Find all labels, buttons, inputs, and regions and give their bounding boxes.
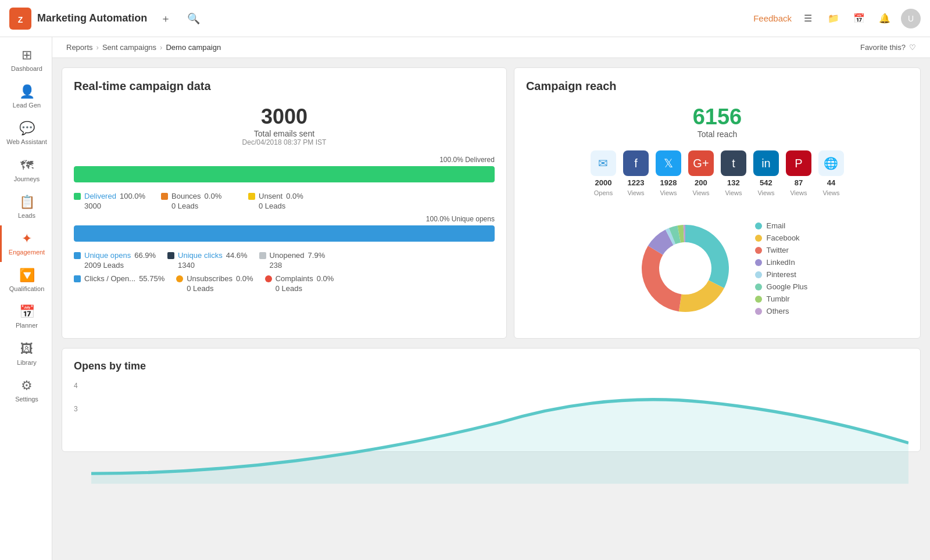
social-item-google-plus[interactable]: G+ 200 Views [688, 150, 714, 196]
unique-clicks-percent: 44.6% [226, 251, 248, 260]
legend: EmailFacebookTwitterLinkedInPinterestGoo… [755, 221, 808, 315]
sidebar-item-planner[interactable]: 📅Planner [0, 299, 52, 335]
bounces-label: Bounces [171, 192, 201, 200]
tumblr-icon: t [721, 150, 746, 176]
favorite-label: Favorite this? [860, 43, 906, 52]
social-item-linkedin[interactable]: in 542 Views [753, 150, 779, 196]
sidebar-label-planner: Planner [16, 322, 38, 329]
opens-title: Opens by time [74, 360, 908, 372]
y-label-3: 3 [74, 405, 78, 413]
tumblr-views-label: Views [725, 189, 742, 196]
unique-opens-dot [74, 252, 81, 259]
sidebar-label-web-assistant: Web Assistant [6, 138, 47, 146]
header-right-icons: ☰ 📁 📅 🔔 U [799, 9, 921, 28]
sidebar-item-dashboard[interactable]: ⊞Dashboard [0, 42, 52, 78]
unique-opens-label[interactable]: Unique opens [84, 251, 131, 260]
google plus-icon: G+ [688, 150, 714, 176]
favorite-heart-icon[interactable]: ♡ [909, 43, 916, 52]
pinterest-views: 87 [795, 178, 803, 187]
legend-item-facebook: Facebook [755, 234, 808, 242]
search-button[interactable]: 🔍 [184, 9, 203, 28]
reach-title: Campaign reach [526, 80, 908, 93]
sidebar-item-lead-gen[interactable]: 👤Lead Gen [0, 78, 52, 115]
calendar-icon[interactable]: 📅 [850, 9, 868, 28]
clicks-open-percent: 55.75% [139, 274, 164, 283]
bar1-label: 100.0% Delivered [74, 156, 495, 164]
twitter-donut-segment [642, 246, 681, 311]
pinterest-legend-label: Pinterest [767, 270, 796, 279]
unique-clicks-count: 1340 [167, 261, 247, 270]
unique-clicks-label[interactable]: Unique clicks [178, 251, 223, 260]
pinterest-legend-dot [755, 271, 762, 278]
email-icon: ✉ [591, 150, 616, 176]
metric-unopened: Unopened 7.9% 238 [259, 251, 335, 270]
sidebar-label-engagement: Engagement [9, 249, 45, 256]
opens-panel: Opens by time 4 3 [62, 348, 921, 452]
feedback-link[interactable]: Feedback [753, 13, 792, 23]
legend-item-email: Email [755, 221, 808, 230]
realtime-panel: Real-time campaign data 3000 Total email… [62, 67, 507, 339]
sidebar-item-library[interactable]: 🖼Library [0, 336, 52, 372]
breadcrumb-sep-2: › [160, 43, 162, 52]
delivered-label[interactable]: Delivered [84, 192, 116, 200]
list-icon[interactable]: ☰ [799, 9, 817, 28]
total-sent-number: 3000 [74, 105, 495, 129]
app-title: Marketing Automation [37, 12, 147, 24]
journeys-icon: 🗺 [20, 158, 33, 173]
breadcrumb-sep-1: › [96, 43, 99, 52]
breadcrumb-sent-campaigns[interactable]: Sent campaigns [102, 43, 156, 52]
donut-legend-row: EmailFacebookTwitterLinkedInPinterestGoo… [526, 210, 908, 326]
email-legend-label: Email [767, 221, 786, 230]
sidebar-item-settings[interactable]: ⚙Settings [0, 372, 52, 409]
folder-icon[interactable]: 📁 [824, 9, 843, 28]
web-assistant-icon: 💬 [19, 121, 35, 136]
social-item-email[interactable]: ✉ 2000 Opens [591, 150, 616, 196]
metric-delivered: Delivered 100.0% 3000 [74, 192, 149, 210]
breadcrumb-current: Demo campaign [166, 43, 221, 52]
library-icon: 🖼 [20, 342, 33, 357]
facebook-icon: f [623, 150, 649, 176]
sidebar-item-web-assistant[interactable]: 💬Web Assistant [0, 115, 52, 152]
tumblr-legend-label: Tumblr [767, 295, 790, 303]
social-item-tumblr[interactable]: t 132 Views [721, 150, 746, 196]
breadcrumb-reports[interactable]: Reports [66, 43, 93, 52]
delivered-bar-fill [74, 166, 495, 182]
tumblr-legend-dot [755, 296, 762, 303]
unopened-label: Unopened [270, 251, 305, 260]
social-item-facebook[interactable]: f 1223 Views [623, 150, 649, 196]
sidebar-item-journeys[interactable]: 🗺Journeys [0, 152, 52, 189]
twitter-views: 1928 [660, 178, 677, 187]
linkedin-icon: in [753, 150, 779, 176]
metric-complaints: Complaints 0.0% 0 Leads [265, 274, 341, 293]
unique-opens-bar-fill [74, 225, 495, 242]
social-item-twitter[interactable]: 𝕏 1928 Views [656, 150, 681, 196]
bell-icon[interactable]: 🔔 [875, 9, 894, 28]
web-views-label: Views [822, 189, 839, 196]
legend-item-google plus: Google Plus [755, 282, 808, 291]
clicks-open-label: Clicks / Open... [84, 274, 135, 283]
sidebar-item-engagement[interactable]: ✦Engagement [0, 225, 52, 262]
logo-area: Z Marketing Automation [9, 8, 147, 30]
social-item-web[interactable]: 🌐 44 Views [818, 150, 844, 196]
panels-row: Real-time campaign data 3000 Total email… [52, 58, 930, 348]
add-button[interactable]: ＋ [156, 9, 175, 28]
social-item-pinterest[interactable]: P 87 Views [786, 150, 811, 196]
pinterest-views-label: Views [790, 189, 807, 196]
favorite-area[interactable]: Favorite this? ♡ [860, 43, 916, 52]
metric-clicks-open: Clicks / Open... 55.75% [74, 274, 164, 293]
pinterest-icon: P [786, 150, 811, 176]
legend-item-linkedin: LinkedIn [755, 258, 808, 267]
facebook-views: 1223 [627, 178, 644, 187]
sidebar-item-leads[interactable]: 📋Leads [0, 189, 52, 225]
sidebar-item-qualification[interactable]: 🔽Qualification [0, 262, 52, 299]
metric-unsubscribes: Unsubscribes 0.0% 0 Leads [176, 274, 253, 293]
avatar[interactable]: U [901, 9, 921, 28]
bounces-dot [161, 193, 168, 200]
google plus-legend-dot [755, 283, 762, 290]
metric-unique-opens: Unique opens 66.9% 2009 Leads [74, 251, 156, 270]
linkedin-legend-dot [755, 259, 762, 266]
sidebar-label-qualification: Qualification [9, 285, 45, 293]
reach-number: 6156 [526, 105, 908, 130]
top-header: Z Marketing Automation ＋ 🔍 Feedback ☰ 📁 … [0, 0, 930, 37]
total-sent-label: Total emails sent [74, 129, 495, 138]
